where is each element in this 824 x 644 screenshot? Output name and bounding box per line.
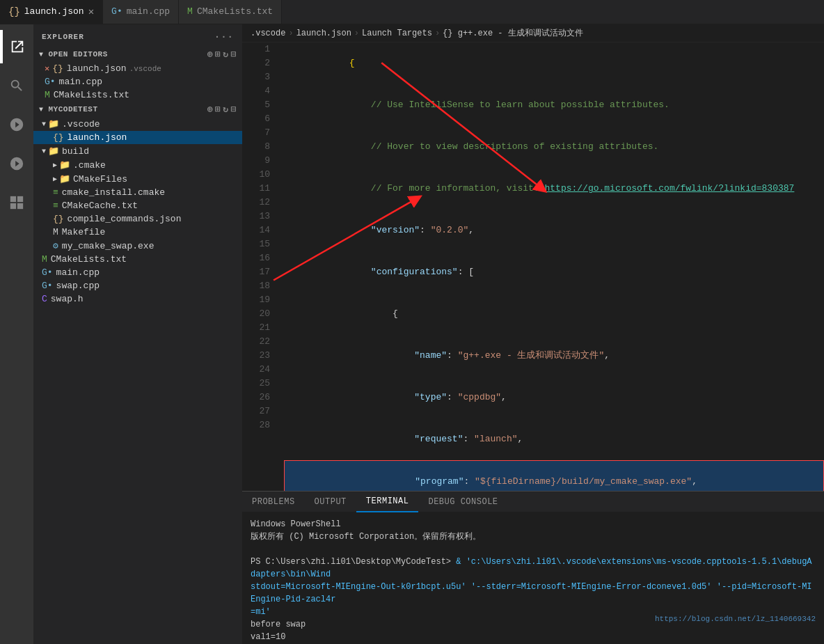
activity-explorer[interactable]: [0, 30, 33, 63]
swap-h-icon: C: [42, 294, 47, 304]
tab-main-cpp[interactable]: G• main.cpp: [103, 0, 179, 24]
svg-rect-2: [10, 203, 16, 209]
file-swap-h[interactable]: C swap.h: [33, 292, 242, 306]
watermark-text: https://blog.csdn.net/lz_1140669342: [655, 615, 816, 623]
terminal-line-5: stdout=Microsoft-MIEngine-Out-k0r1bcpt.u…: [251, 581, 816, 606]
new-file-icon[interactable]: ⊕: [207, 49, 213, 60]
project-actions: ⊕ ⊞ ↻ ⊟: [207, 104, 237, 115]
project-section[interactable]: ▼ MYCODETEST ⊕ ⊞ ↻ ⊟: [33, 102, 242, 117]
code-line-10: "request": "launch",: [284, 418, 824, 460]
code-line-8: "name": "g++.exe - 生成和调试活动文件",: [284, 335, 824, 377]
activity-debug[interactable]: [0, 147, 33, 180]
file-cmakelists-root[interactable]: M CMakeLists.txt: [33, 253, 242, 266]
sidebar: EXPLORER ··· ▼ OPEN EDITORS ⊕ ⊞ ↻ ⊟ ✕: [33, 24, 242, 644]
open-editor-main-cpp[interactable]: G• main.cpp: [33, 75, 242, 88]
tab-cmake-icon: M: [187, 6, 193, 17]
refresh-icon[interactable]: ↻: [223, 49, 228, 60]
cmakecache-icon: ≡: [53, 201, 58, 211]
activity-search[interactable]: [0, 69, 33, 102]
cmake-root-icon: M: [42, 254, 47, 265]
sidebar-explorer-title: EXPLORER ···: [33, 24, 242, 47]
file-swap-cpp[interactable]: G• swap.cpp: [33, 279, 242, 292]
panel-tab-output[interactable]: OUTPUT: [305, 492, 356, 512]
panel-tabs: PROBLEMS OUTPUT TERMINAL DEBUG CONSOLE: [242, 492, 824, 512]
json-icon: {}: [52, 63, 63, 74]
tab-close-launch-json[interactable]: ✕: [88, 6, 94, 17]
file-main-cpp-root[interactable]: G• main.cpp: [33, 266, 242, 279]
breadcrumb: .vscode › launch.json › Launch Targets ›…: [242, 24, 824, 42]
activity-bar: [0, 24, 33, 644]
panel-tab-terminal[interactable]: TERMINAL: [356, 492, 419, 512]
project-chevron: ▼: [39, 106, 44, 113]
panel-tab-debug-console[interactable]: DEBUG CONSOLE: [418, 492, 507, 512]
svg-rect-0: [10, 196, 16, 202]
tab-cmakelists-label: CMakeLists.txt: [197, 6, 273, 17]
cpp-file-icon: G•: [45, 77, 56, 87]
open-editors-actions: ⊕ ⊞ ↻ ⊟: [207, 49, 237, 60]
tab-json-icon: {}: [8, 6, 20, 17]
project-new-file[interactable]: ⊕: [207, 104, 213, 115]
line-numbers: 1 2 3 4 5 6 7 8 9 10 11 12 13 14 15 16 1: [242, 42, 277, 491]
open-editors-chevron: ▼: [39, 51, 44, 58]
open-editor-launch-json[interactable]: ✕ {} launch.json .vscode: [33, 62, 242, 75]
compile-commands-icon: {}: [53, 214, 64, 224]
cmake-file-icon: M: [45, 90, 50, 100]
activity-extensions[interactable]: [0, 186, 33, 219]
editor-area: .vscode › launch.json › Launch Targets ›…: [242, 24, 824, 644]
code-line-11: "program": "${fileDirname}/build/my_cmak…: [284, 460, 824, 491]
new-folder-icon[interactable]: ⊞: [215, 49, 221, 60]
tab-cpp-icon: G•: [111, 6, 122, 17]
folder-icon: 📁: [48, 118, 59, 129]
open-editor-cmakelists[interactable]: M CMakeLists.txt: [33, 88, 242, 102]
project-collapse[interactable]: ⊟: [231, 104, 237, 115]
folder-cmake[interactable]: ▶ 📁 .cmake: [33, 158, 242, 172]
terminal-line-8: val1=10: [251, 631, 816, 643]
cmake-folder-icon: 📁: [59, 159, 70, 171]
code-line-7: {: [284, 293, 824, 335]
main-layout: EXPLORER ··· ▼ OPEN EDITORS ⊕ ⊞ ↻ ⊟ ✕: [0, 24, 824, 644]
project-new-folder[interactable]: ⊞: [215, 104, 221, 115]
collapse-icon[interactable]: ⊟: [231, 49, 237, 60]
close-file-icon[interactable]: ✕: [45, 63, 49, 74]
file-cmake-install[interactable]: ≡ cmake_install.cmake: [33, 186, 242, 199]
project-refresh[interactable]: ↻: [223, 104, 228, 115]
file-exe[interactable]: ⚙ my_cmake_swap.exe: [33, 239, 242, 253]
file-cmakecache[interactable]: ≡ CMakeCache.txt: [33, 199, 242, 212]
tab-launch-json[interactable]: {} launch.json ✕: [0, 0, 103, 24]
swap-cpp-icon: G•: [42, 281, 53, 291]
json-file-icon: {}: [53, 132, 64, 143]
code-line-4: // For more information, visit: https://…: [284, 168, 824, 210]
code-content[interactable]: { // Use IntelliSense to learn about pos…: [277, 42, 824, 491]
code-line-2: // Use IntelliSense to learn about possi…: [284, 84, 824, 126]
panel-tab-problems[interactable]: PROBLEMS: [242, 492, 305, 512]
terminal-line-1: Windows PowerShell: [251, 518, 816, 531]
open-editors-section[interactable]: ▼ OPEN EDITORS ⊕ ⊞ ↻ ⊟: [33, 47, 242, 62]
code-editor: 1 2 3 4 5 6 7 8 9 10 11 12 13 14 15 16 1: [242, 42, 824, 491]
code-line-9: "type": "cppdbg",: [284, 377, 824, 418]
terminal-line-3: [251, 543, 816, 556]
file-makefile[interactable]: M Makefile: [33, 226, 242, 239]
makefile-icon: M: [53, 227, 58, 237]
code-line-3: // Hover to view descriptions of existin…: [284, 126, 824, 168]
svg-rect-3: [17, 203, 23, 209]
terminal-line-4: PS C:\Users\zhi.li01\Desktop\MyCodeTest>…: [251, 556, 816, 581]
tab-launch-json-label: launch.json: [24, 6, 84, 17]
code-line-1: {: [284, 42, 824, 84]
tab-main-cpp-label: main.cpp: [127, 6, 170, 17]
folder-vscode[interactable]: ▼ 📁 .vscode: [33, 117, 242, 131]
main-cpp-root-icon: G•: [42, 267, 53, 278]
build-folder-icon: 📁: [48, 146, 59, 157]
tab-bar: {} launch.json ✕ G• main.cpp M CMakeList…: [0, 0, 824, 24]
terminal-line-2: 版权所有 (C) Microsoft Corporation。保留所有权利。: [251, 531, 816, 543]
panel: PROBLEMS OUTPUT TERMINAL DEBUG CONSOLE W…: [242, 491, 824, 644]
file-compile-commands[interactable]: {} compile_commands.json: [33, 212, 242, 226]
tab-cmakelists[interactable]: M CMakeLists.txt: [179, 0, 282, 24]
folder-cmakefiles[interactable]: ▶ 📁 CMakeFiles: [33, 172, 242, 186]
svg-rect-1: [17, 196, 23, 202]
file-launch-json[interactable]: {} launch.json: [33, 131, 242, 144]
terminal-content[interactable]: Windows PowerShell 版权所有 (C) Microsoft Co…: [242, 512, 824, 644]
folder-build[interactable]: ▼ 📁 build: [33, 144, 242, 158]
cmakefiles-folder-icon: 📁: [59, 173, 70, 184]
cmake-install-icon: ≡: [53, 187, 58, 198]
activity-git[interactable]: [0, 108, 33, 141]
